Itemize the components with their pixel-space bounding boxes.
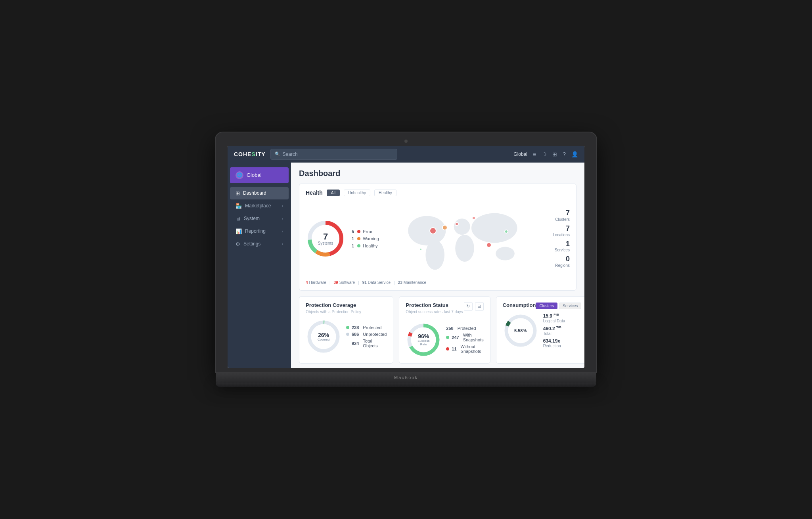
camera [404,140,408,143]
sidebar-item-settings[interactable]: ⚙ Settings › [230,238,289,250]
footer-software: 39 Software [334,280,355,285]
stat-locations-label: Locations [542,233,570,237]
main-content: 🌐 Global ⊞ Dashboard 🏪 Marketplace › [228,163,584,368]
status-header: Protection Status Object success rate - … [406,302,483,319]
legend-item-warning: 1 Warning [352,236,387,241]
status-label-with-snap: With Snapshots [463,333,484,342]
user-icon[interactable]: 👤 [571,151,578,157]
chevron-right-icon: › [282,204,283,208]
coverage-value: 26% [318,332,329,337]
cov-label-protected: Protected [363,325,381,330]
coverage-donut: 26% Covered [306,319,341,354]
sidebar-label-marketplace: Marketplace [245,203,279,209]
status-label-without-snap: Without Snapshots [461,344,484,354]
sidebar-global-label: Global [247,172,262,178]
global-icon: 🌐 [236,171,243,179]
global-label: Global [513,151,527,157]
filter-icon[interactable]: ≡ [533,151,536,157]
filter-btn-healthy[interactable]: Healthy [374,190,396,196]
stat-regions: 0 Regions [542,255,570,268]
svg-point-7 [455,234,474,261]
status-body: 96% Success Rate 258 Protected [406,322,483,358]
status-title: Protection Status [406,302,463,308]
legend-label-healthy: Healthy [363,243,377,248]
health-card: Health All Unhealthy Healthy [299,184,576,291]
world-map [394,201,536,276]
search-input[interactable]: Search [283,151,298,157]
laptop-brand: MacBook [394,375,418,380]
dashboard-icon: ⊞ [236,190,240,196]
donut-center: 7 Systems [318,232,333,245]
consumption-header: Consumption Clusters Services [503,302,582,310]
dot-with-snap [446,336,449,339]
cov-dot-total [346,342,349,345]
stat-regions-value: 0 [542,255,570,263]
consumption-donut: 5.58% [503,313,538,349]
total-label: Total [543,331,565,336]
health-title: Health [306,190,323,196]
status-center: 96% Success Rate [415,333,433,346]
status-value: 96% [415,333,433,339]
health-footer: 4 Hardware | 39 Software | 9 [306,280,570,285]
coverage-body: 26% Covered 238 Protected [306,319,387,354]
stat-services: 1 Services [542,240,570,253]
dot-without-snap [446,347,449,350]
sidebar-item-dashboard[interactable]: ⊞ Dashboard [230,187,289,199]
chevron-right-icon-2: › [282,216,283,221]
stat-clusters-label: Clusters [542,217,570,222]
consumption-stats: 15.9 PiB Logical Data 460.2 TiB Total [543,313,565,348]
svg-point-8 [471,213,517,243]
cov-dot-protected [346,326,349,329]
search-icon: 🔍 [275,151,280,157]
health-header: Health All Unhealthy Healthy [306,190,570,196]
laptop-container: COHESITY 🔍 Search Global ≡ ☽ ⊞ ? 👤 [216,132,596,387]
coverage-sublabel: Covered [318,337,329,341]
map-dot-5 [486,242,492,248]
cov-dot-unprotected [346,333,349,336]
marketplace-icon: 🏪 [236,203,242,209]
sidebar-item-system[interactable]: 🖥 System › [230,213,289,225]
status-count-protected: 258 [446,326,453,331]
chevron-right-icon-4: › [282,242,283,246]
search-bar[interactable]: 🔍 Search [270,149,397,160]
status-legend-protected: 258 Protected [446,326,483,331]
cons-stat-logical: 15.9 PiB Logical Data [543,313,565,323]
logo: COHESITY [234,151,266,157]
reporting-icon: 📊 [236,228,242,234]
legend-item-healthy: 1 Healthy [352,243,387,248]
sidebar: 🌐 Global ⊞ Dashboard 🏪 Marketplace › [228,163,291,368]
logical-value: 15.9 PiB [543,313,559,319]
stat-clusters-value: 7 [542,209,570,217]
status-count-without-snap: 11 [452,347,456,351]
cov-label-total: Total Objects [363,339,387,348]
sidebar-global-item[interactable]: 🌐 Global [230,167,289,183]
sidebar-item-reporting[interactable]: 📊 Reporting › [230,225,289,237]
grid-icon[interactable]: ⊞ [552,151,557,157]
stat-locations-value: 7 [542,225,570,233]
health-donut: 7 Systems [306,219,345,259]
warning-dot [357,237,360,240]
tab-services[interactable]: Services [559,303,581,309]
health-legend: 5 Error 1 Warning [352,229,387,248]
cov-legend-protected: 238 Protected [346,325,387,330]
status-label-protected: Protected [458,326,476,331]
filter-btn-unhealthy[interactable]: Unhealthy [344,190,370,196]
footer-dataservice: 91 Data Service [362,280,391,285]
page-title: Dashboard [299,169,576,178]
software-label: Software [339,280,355,285]
filter-btn-all[interactable]: All [327,190,340,196]
donut-label: Systems [318,241,333,245]
table-button[interactable]: ⊟ [475,302,484,311]
tab-clusters[interactable]: Clusters [536,303,557,309]
moon-icon[interactable]: ☽ [542,151,547,157]
sidebar-item-marketplace[interactable]: 🏪 Marketplace › [230,200,289,212]
sidebar-label-dashboard: Dashboard [243,190,283,196]
consumption-title: Consumption [503,302,536,308]
header-right: Global ≡ ☽ ⊞ ? 👤 [513,151,578,157]
cons-stat-total: 460.2 TiB Total [543,326,565,336]
bottom-row: Protection Coverage Objects with a Prote… [299,296,576,364]
refresh-button[interactable]: ↻ [464,302,473,311]
dashboard-content: Dashboard Health All Unhealthy Healthy [291,163,584,368]
svg-point-9 [496,247,515,260]
help-icon[interactable]: ? [563,151,566,157]
